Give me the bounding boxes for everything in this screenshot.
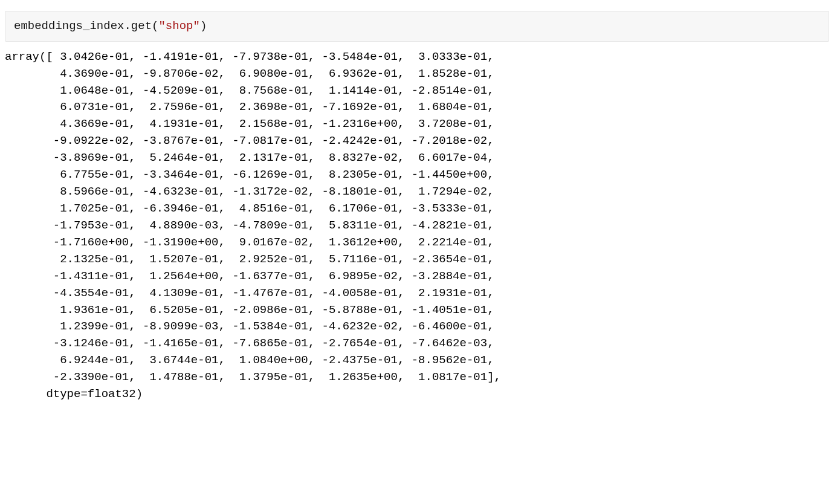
output-array-body: 3.0426e-01, -1.4191e-01, -7.9738e-01, -3…	[5, 50, 501, 384]
code-object: embeddings_index	[14, 19, 124, 33]
open-paren: (	[152, 19, 158, 33]
code-input-cell[interactable]: embeddings_index.get("shop")	[5, 11, 829, 42]
dot: .	[124, 19, 131, 33]
code-string-arg: "shop"	[158, 19, 199, 33]
close-paren: )	[200, 19, 207, 33]
output-dtype: dtype=float32)	[5, 387, 143, 401]
output-cell: array([ 3.0426e-01, -1.4191e-01, -7.9738…	[0, 47, 834, 403]
output-array-prefix: array([	[5, 50, 53, 63]
code-method: get	[131, 19, 152, 33]
